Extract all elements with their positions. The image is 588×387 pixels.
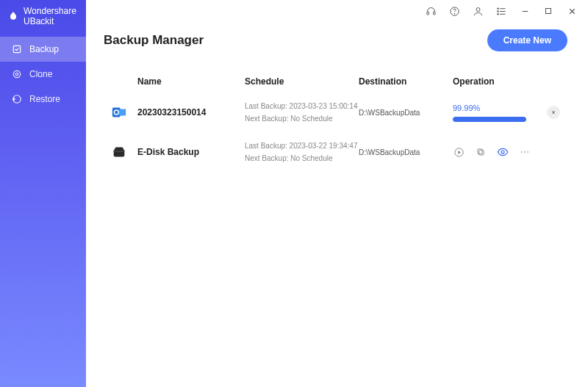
restore-icon bbox=[12, 94, 22, 104]
clone-icon bbox=[12, 69, 22, 79]
svg-rect-0 bbox=[13, 46, 20, 52]
copy-icon[interactable] bbox=[475, 146, 487, 158]
svg-rect-13 bbox=[119, 109, 126, 115]
svg-point-21 bbox=[524, 151, 526, 153]
sidebar-item-backup[interactable]: Backup bbox=[0, 37, 86, 62]
run-backup-icon[interactable] bbox=[453, 146, 465, 158]
maximize-icon[interactable] bbox=[542, 5, 554, 17]
svg-point-19 bbox=[501, 151, 504, 153]
row-schedule: Last Backup: 2023-03-22 19:34:47 Next Ba… bbox=[245, 140, 359, 164]
backup-icon bbox=[12, 44, 22, 54]
outlook-icon bbox=[111, 104, 137, 120]
more-icon[interactable] bbox=[519, 146, 531, 158]
col-header-operation: Operation bbox=[453, 76, 560, 87]
content: Backup Manager Create New Name Schedule … bbox=[86, 22, 588, 387]
svg-rect-11 bbox=[546, 9, 551, 14]
last-backup-text: Last Backup: 2023-03-22 19:34:47 bbox=[245, 140, 359, 152]
help-icon[interactable] bbox=[448, 5, 460, 17]
sidebar-item-label: Restore bbox=[29, 94, 60, 104]
svg-rect-3 bbox=[426, 12, 429, 15]
disk-icon bbox=[111, 144, 137, 160]
svg-point-22 bbox=[527, 151, 528, 153]
svg-rect-17 bbox=[479, 151, 484, 155]
main: Backup Manager Create New Name Schedule … bbox=[86, 0, 588, 387]
table-row: 20230323150014 Last Backup: 2023-03-23 1… bbox=[104, 93, 567, 132]
next-backup-text: Next Backup: No Schedule bbox=[245, 152, 359, 164]
progress-bar bbox=[453, 117, 526, 122]
progress: 99.99% bbox=[453, 104, 541, 122]
user-icon[interactable] bbox=[472, 5, 484, 17]
row-schedule: Last Backup: 2023-03-23 15:00:14 Next Ba… bbox=[245, 100, 359, 125]
svg-point-1 bbox=[13, 70, 20, 77]
svg-rect-18 bbox=[478, 149, 482, 153]
table-row: E-Disk Backup Last Backup: 2023-03-22 19… bbox=[104, 132, 567, 172]
page-title: Backup Manager bbox=[104, 33, 204, 48]
col-header-name: Name bbox=[137, 76, 245, 87]
svg-point-2 bbox=[15, 73, 18, 76]
sidebar-item-clone[interactable]: Clone bbox=[0, 62, 86, 87]
row-name: 20230323150014 bbox=[137, 107, 245, 117]
view-icon[interactable] bbox=[497, 146, 509, 158]
sidebar-item-label: Clone bbox=[29, 69, 52, 79]
app-title: Wondershare UBackit bbox=[24, 6, 79, 26]
minimize-icon[interactable] bbox=[519, 5, 531, 17]
svg-point-7 bbox=[476, 7, 480, 11]
svg-rect-15 bbox=[114, 151, 125, 152]
svg-rect-4 bbox=[433, 12, 435, 15]
row-destination: D:\WSBackupData bbox=[359, 148, 453, 156]
titlebar bbox=[86, 0, 588, 22]
header-row: Backup Manager Create New bbox=[104, 29, 567, 51]
svg-point-9 bbox=[497, 10, 498, 11]
col-header-destination: Destination bbox=[359, 76, 453, 87]
row-operation bbox=[453, 146, 560, 158]
svg-point-6 bbox=[454, 13, 455, 14]
create-new-button[interactable]: Create New bbox=[487, 29, 567, 51]
backup-table: Name Schedule Destination Operation 2023… bbox=[104, 70, 567, 172]
cancel-backup-button[interactable] bbox=[547, 106, 560, 119]
row-destination: D:\WSBackupData bbox=[359, 109, 453, 117]
sidebar-item-label: Backup bbox=[29, 44, 59, 54]
row-name: E-Disk Backup bbox=[137, 147, 245, 157]
col-header-schedule: Schedule bbox=[245, 76, 359, 87]
progress-percent: 99.99% bbox=[453, 104, 541, 112]
sidebar: Wondershare UBackit Backup Clone Restore bbox=[0, 0, 86, 387]
headset-icon[interactable] bbox=[425, 5, 437, 17]
next-backup-text: Next Backup: No Schedule bbox=[245, 112, 359, 125]
svg-point-10 bbox=[497, 13, 498, 14]
row-operation: 99.99% bbox=[453, 104, 560, 122]
close-icon[interactable] bbox=[566, 5, 578, 17]
svg-point-8 bbox=[497, 8, 498, 9]
app-logo-icon bbox=[7, 10, 19, 22]
table-header: Name Schedule Destination Operation bbox=[104, 70, 567, 93]
menu-list-icon[interactable] bbox=[495, 5, 507, 17]
svg-point-20 bbox=[521, 151, 523, 153]
last-backup-text: Last Backup: 2023-03-23 15:00:14 bbox=[245, 100, 359, 112]
sidebar-item-restore[interactable]: Restore bbox=[0, 87, 86, 112]
brand: Wondershare UBackit bbox=[0, 0, 86, 37]
